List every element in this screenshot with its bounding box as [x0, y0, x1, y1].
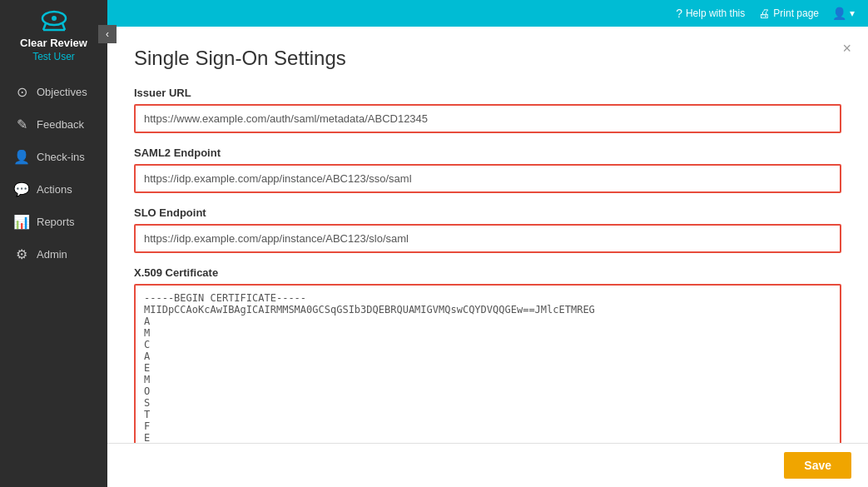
user-menu-link[interactable]: 👤 ▾ — [832, 7, 855, 20]
x509-certificate-field-group: X.509 Certificate -----BEGIN CERTIFICATE… — [134, 266, 841, 443]
app-name: Clear Review — [20, 37, 87, 49]
logo-area: Clear Review Test User — [0, 0, 107, 69]
checkins-icon: 👤 — [13, 149, 30, 165]
sidebar-nav: ⊙ Objectives ✎ Feedback 👤 Check-ins 💬 Ac… — [0, 76, 107, 271]
sidebar-item-label: Reports — [37, 216, 75, 228]
app-logo-icon — [39, 10, 69, 33]
save-button[interactable]: Save — [784, 452, 851, 479]
reports-icon: 📊 — [13, 214, 30, 230]
sidebar-item-label: Feedback — [37, 118, 84, 131]
sidebar: Clear Review Test User ⊙ Objectives ✎ Fe… — [0, 0, 107, 487]
issuer-url-input[interactable] — [134, 104, 841, 133]
help-label: Help with this — [686, 7, 745, 19]
print-link[interactable]: 🖨 Print page — [758, 7, 819, 20]
sidebar-item-admin[interactable]: ⚙ Admin — [0, 238, 107, 271]
sidebar-item-actions[interactable]: 💬 Actions — [0, 173, 107, 206]
sidebar-item-checkins[interactable]: 👤 Check-ins — [0, 141, 107, 173]
print-icon: 🖨 — [758, 7, 770, 20]
x509-certificate-textarea[interactable]: -----BEGIN CERTIFICATE----- MIIDpCCAoKcA… — [134, 284, 841, 443]
user-icon: 👤 — [832, 7, 846, 20]
settings-panel: × Single Sign-On Settings Issuer URL SAM… — [107, 27, 868, 443]
sidebar-item-feedback[interactable]: ✎ Feedback — [0, 108, 107, 141]
top-bar: ? Help with this 🖨 Print page 👤 ▾ — [107, 0, 868, 27]
user-name: Test User — [32, 51, 75, 62]
sidebar-item-reports[interactable]: 📊 Reports — [0, 206, 107, 238]
sidebar-item-label: Check-ins — [37, 151, 85, 163]
help-icon: ? — [676, 7, 682, 20]
sidebar-item-objectives[interactable]: ⊙ Objectives — [0, 76, 107, 108]
objectives-icon: ⊙ — [13, 84, 30, 100]
sidebar-item-label: Actions — [37, 183, 72, 196]
admin-icon: ⚙ — [13, 246, 30, 262]
slo-endpoint-label: SLO Endpoint — [134, 206, 841, 219]
page-title: Single Sign-On Settings — [134, 47, 841, 70]
x509-certificate-label: X.509 Certificate — [134, 266, 841, 279]
svg-point-4 — [52, 16, 57, 21]
footer-bar: Save — [107, 443, 868, 487]
saml2-endpoint-field-group: SAML2 Endpoint — [134, 147, 841, 193]
chevron-down-icon: ▾ — [850, 7, 855, 19]
close-button[interactable]: × — [842, 40, 851, 57]
issuer-url-label: Issuer URL — [134, 87, 841, 99]
sidebar-item-label: Admin — [37, 248, 67, 261]
sidebar-collapse-button[interactable]: ‹ — [98, 25, 117, 43]
saml2-endpoint-input[interactable] — [134, 164, 841, 193]
print-label: Print page — [773, 7, 819, 19]
saml2-endpoint-label: SAML2 Endpoint — [134, 147, 841, 159]
feedback-icon: ✎ — [13, 117, 30, 132]
slo-endpoint-field-group: SLO Endpoint — [134, 206, 841, 253]
issuer-url-field-group: Issuer URL — [134, 87, 841, 133]
help-link[interactable]: ? Help with this — [676, 7, 745, 20]
slo-endpoint-input[interactable] — [134, 224, 841, 253]
actions-icon: 💬 — [13, 181, 30, 197]
main-area: ? Help with this 🖨 Print page 👤 ▾ × Sing… — [107, 0, 868, 487]
sidebar-item-label: Objectives — [37, 86, 87, 98]
